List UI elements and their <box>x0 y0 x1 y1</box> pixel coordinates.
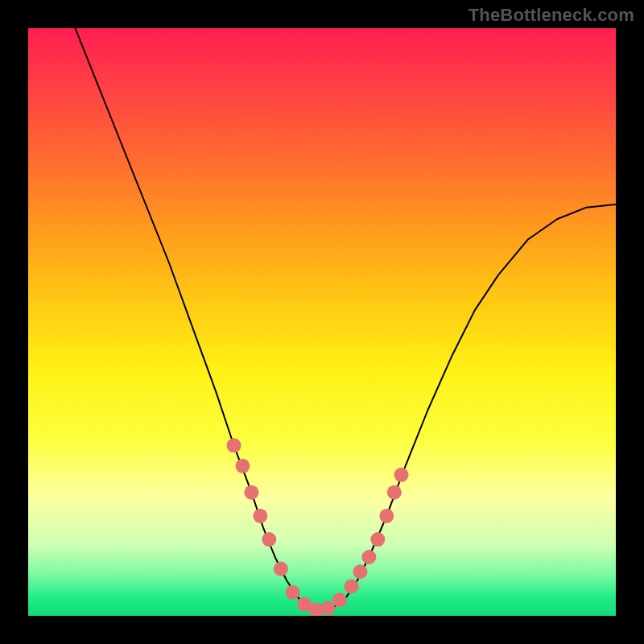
watermark-text: TheBottleneck.com <box>469 5 634 26</box>
chart-dot <box>253 509 267 523</box>
chart-dot <box>227 438 242 452</box>
chart-dot <box>353 564 367 579</box>
chart-dot <box>320 601 335 616</box>
chart-dot <box>394 468 409 482</box>
chart-dot <box>361 550 376 564</box>
chart-dot <box>332 592 347 607</box>
chart-dot <box>274 562 288 576</box>
chart-overlay <box>28 28 616 616</box>
chart-dot <box>370 532 385 547</box>
chart-dot <box>345 580 359 594</box>
chart-dot <box>262 532 276 547</box>
chart-dot <box>235 459 250 473</box>
chart-dot <box>244 485 258 500</box>
chart-curve <box>75 28 616 610</box>
chart-dot <box>379 509 394 523</box>
chart-dot <box>387 485 402 500</box>
chart-dot <box>286 585 300 600</box>
chart-plot-area <box>28 28 616 616</box>
